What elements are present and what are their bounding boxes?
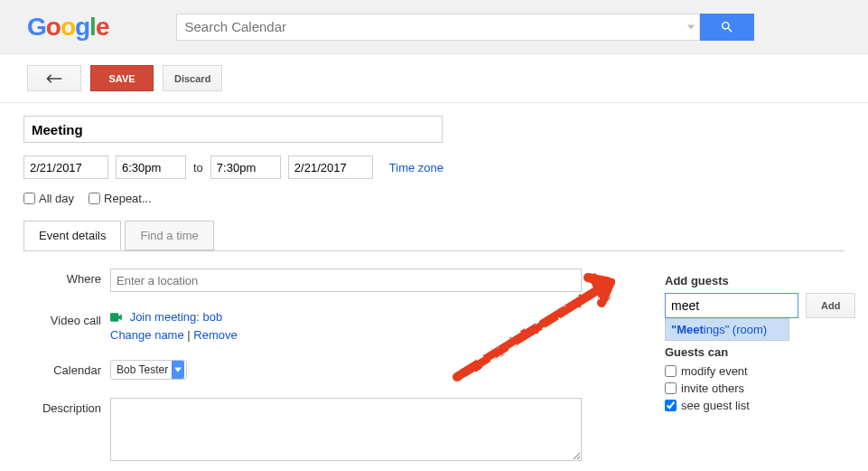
time-row: to Time zone	[23, 155, 845, 179]
search-input[interactable]	[176, 14, 700, 41]
event-title-input[interactable]	[23, 116, 443, 143]
where-label: Where	[23, 268, 110, 292]
search-container	[176, 14, 754, 41]
suggestion-rest: ings" (room)	[704, 323, 767, 336]
perm-see-checkbox[interactable]	[665, 400, 677, 411]
repeat-checkbox[interactable]	[89, 193, 100, 204]
change-name-link[interactable]: Change name	[110, 328, 184, 342]
timezone-link[interactable]: Time zone	[389, 161, 443, 174]
perm-modify-checkbox[interactable]	[665, 365, 677, 377]
video-icon	[110, 311, 123, 325]
tab-event-details[interactable]: Event details	[23, 221, 121, 250]
save-button[interactable]: SAVE	[90, 65, 154, 91]
end-date-input[interactable]	[288, 155, 373, 179]
add-guests-input[interactable]	[665, 293, 798, 318]
start-time-input[interactable]	[116, 155, 186, 179]
guest-suggestion-item[interactable]: "Meetings" (room)	[666, 319, 789, 340]
back-arrow-icon	[45, 72, 63, 85]
perm-invite-wrap[interactable]: invite others	[665, 382, 855, 395]
description-label: Description	[23, 398, 110, 464]
all-day-label: All day	[39, 192, 74, 205]
all-day-checkbox-wrap[interactable]: All day	[23, 192, 74, 205]
perm-modify-label: modify event	[681, 364, 748, 378]
perm-see-wrap[interactable]: see guest list	[665, 399, 855, 412]
perm-modify-wrap[interactable]: modify event	[665, 364, 855, 378]
video-call-label: Video call	[23, 310, 110, 342]
suggestion-match: "Meet	[671, 323, 704, 336]
repeat-checkbox-wrap[interactable]: Repeat...	[89, 192, 152, 205]
repeat-label: Repeat...	[104, 192, 152, 205]
tab-find-time[interactable]: Find a time	[125, 221, 213, 250]
search-button[interactable]	[700, 14, 754, 41]
location-input[interactable]	[110, 268, 582, 292]
search-icon	[720, 20, 734, 34]
action-bar: SAVE Discard	[0, 54, 868, 103]
back-button[interactable]	[27, 65, 81, 91]
to-label: to	[193, 161, 203, 174]
perm-see-label: see guest list	[681, 399, 750, 412]
perm-invite-label: invite others	[681, 382, 744, 395]
tabs: Event details Find a time	[23, 221, 845, 251]
add-guests-title: Add guests	[665, 274, 855, 287]
add-guest-button[interactable]: Add	[806, 293, 855, 318]
end-time-input[interactable]	[210, 155, 281, 179]
chevron-down-icon	[174, 368, 182, 372]
calendar-select[interactable]: Bob Tester	[110, 360, 187, 380]
start-date-input[interactable]	[23, 155, 108, 179]
perm-invite-checkbox[interactable]	[665, 382, 677, 394]
guests-can-title: Guests can	[665, 345, 855, 359]
guest-suggestion-dropdown: "Meetings" (room)	[665, 318, 789, 341]
flags-row: All day Repeat...	[23, 192, 845, 205]
search-dropdown-icon[interactable]	[687, 24, 695, 29]
all-day-checkbox[interactable]	[23, 193, 35, 204]
video-sep: |	[184, 328, 194, 342]
top-bar: Google	[0, 0, 868, 54]
calendar-value: Bob Tester	[117, 363, 168, 376]
calendar-label: Calendar	[23, 360, 110, 380]
description-textarea[interactable]	[110, 398, 582, 461]
discard-button[interactable]: Discard	[163, 65, 222, 91]
join-meeting-link[interactable]: Join meeting: bob	[130, 310, 223, 324]
google-logo: Google	[27, 13, 108, 42]
remove-video-link[interactable]: Remove	[193, 328, 237, 342]
